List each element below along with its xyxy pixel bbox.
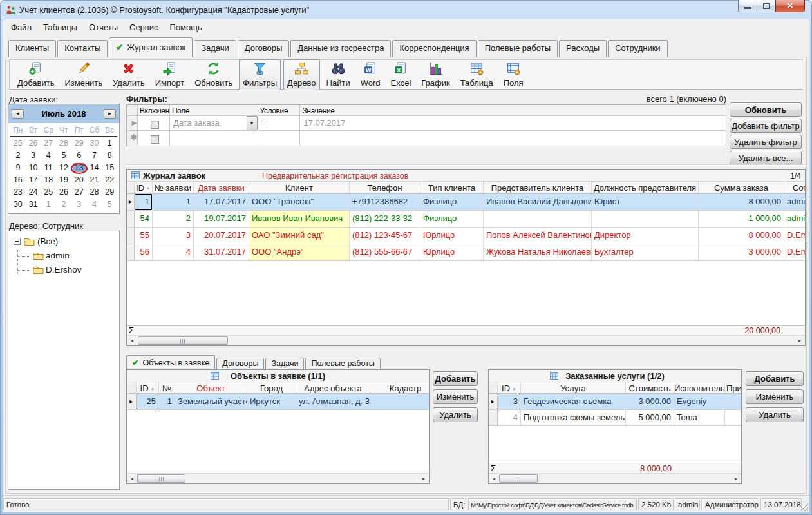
column-header-2[interactable]: №: [159, 382, 175, 393]
toolbar-button-refresh[interactable]: Обновить: [191, 59, 236, 90]
menu-item-5[interactable]: Помощь: [164, 21, 208, 34]
calendar-day[interactable]: 25: [41, 186, 56, 199]
column-header-2[interactable]: Услуга: [521, 382, 626, 393]
cell[interactable]: Геодезическая съемка: [521, 394, 626, 409]
filter-condition-cell[interactable]: =: [258, 116, 301, 130]
filter-button-4[interactable]: Удалить все...: [730, 151, 802, 165]
cell[interactable]: [484, 211, 592, 227]
cell[interactable]: [370, 394, 430, 409]
column-header-1[interactable]: ID▲: [137, 382, 159, 393]
cell[interactable]: Юрлицо: [420, 244, 484, 260]
minimize-button[interactable]: [738, 0, 757, 12]
cell[interactable]: admin: [784, 194, 806, 210]
panel-button-добавить[interactable]: Добавить: [433, 371, 478, 386]
cell[interactable]: Иванов Василий Давыдович: [484, 194, 592, 210]
column-header-5[interactable]: Примечание: [725, 382, 742, 393]
calendar-day[interactable]: 3: [26, 150, 41, 162]
calendar-day[interactable]: 18: [41, 174, 56, 186]
horizontal-scrollbar[interactable]: ◄►: [489, 473, 741, 483]
cell[interactable]: (812) 222-33-32: [350, 211, 420, 227]
tab-клиенты[interactable]: Клиенты: [8, 40, 56, 57]
calendar-day[interactable]: 26: [26, 137, 41, 150]
cell[interactable]: (812) 555-66-67: [350, 244, 420, 260]
calendar-day[interactable]: 1: [102, 137, 117, 150]
menu-item-4[interactable]: Сервис: [124, 21, 164, 34]
filter-row-1[interactable]: ►Дата заказа▼=17.07.2017: [127, 116, 726, 131]
toolbar-button-excel[interactable]: XExcel: [387, 59, 415, 90]
scroll-left-arrow[interactable]: ◄: [489, 474, 499, 483]
calendar-day[interactable]: 2: [10, 150, 26, 162]
calendar-day[interactable]: 5: [56, 150, 71, 162]
cell[interactable]: Юрист: [592, 194, 699, 210]
tree-expander[interactable]: [14, 238, 21, 245]
cell[interactable]: Попов Алексей Валентинович: [484, 228, 592, 244]
cell[interactable]: D.Ershov: [784, 228, 806, 244]
table-row-1[interactable]: ►3Геодезическая съемка3 000,00Evgeniy: [489, 394, 741, 410]
column-header-1[interactable]: ID▲: [135, 182, 153, 193]
calendar-day[interactable]: 16: [10, 174, 26, 186]
filter-field-cell[interactable]: Дата заказа▼: [170, 116, 258, 130]
column-header-10[interactable]: Сотрудник: [784, 182, 806, 193]
tree-item-dershov[interactable]: D.Ershov: [8, 263, 119, 277]
column-header-6[interactable]: Тип клиента: [420, 182, 484, 193]
tree-item-admin[interactable]: admin: [8, 249, 119, 263]
column-header-5[interactable]: Телефон: [350, 182, 420, 193]
calendar-day[interactable]: 20: [71, 174, 87, 186]
calendar-day[interactable]: 12: [56, 162, 71, 174]
cell[interactable]: 3: [153, 228, 194, 244]
cell[interactable]: 17.07.2017: [194, 194, 249, 210]
panel-button-изменить[interactable]: Изменить: [433, 389, 478, 404]
calendar-day[interactable]: 1: [41, 199, 56, 211]
calendar-day[interactable]: 21: [87, 174, 102, 186]
calendar-day[interactable]: 26: [56, 186, 71, 199]
filter-button-3[interactable]: Удалить фильтр: [730, 135, 802, 149]
column-header-7[interactable]: Представитель клиента: [484, 182, 592, 193]
calendar-day[interactable]: 4: [41, 150, 56, 162]
toolbar-button-word[interactable]: WWord: [357, 59, 384, 90]
cell[interactable]: 3: [498, 394, 521, 409]
calendar-day[interactable]: 27: [41, 137, 56, 150]
bottom-tab-договоры[interactable]: Договоры: [216, 358, 264, 369]
bottom-tab-полевые-работы[interactable]: Полевые работы: [305, 358, 380, 369]
toolbar-button-find[interactable]: Найти: [323, 59, 354, 90]
scroll-left-arrow[interactable]: ◄: [127, 336, 137, 345]
column-header-4[interactable]: Исполнитель: [674, 382, 725, 393]
cell[interactable]: D.Ershov: [784, 244, 806, 260]
tab-данные-из-госреестра[interactable]: Данные из госреестра: [290, 40, 391, 57]
cell[interactable]: 5 000,00: [626, 410, 674, 425]
toolbar-button-edit[interactable]: Изменить: [61, 59, 106, 90]
scroll-right-arrow[interactable]: ►: [419, 474, 429, 483]
calendar-day[interactable]: 22: [102, 174, 117, 186]
cell[interactable]: 1: [159, 394, 175, 409]
scroll-thumb[interactable]: [137, 474, 185, 483]
horizontal-scrollbar[interactable]: ◄►: [127, 473, 429, 483]
calendar-day[interactable]: 9: [10, 162, 26, 174]
panel-button-удалить[interactable]: Удалить: [433, 407, 478, 422]
cell[interactable]: Бухгалтер: [592, 244, 699, 260]
cell[interactable]: 1 000,00: [699, 211, 784, 227]
column-header-3[interactable]: Стоимость: [626, 382, 674, 393]
column-header-4[interactable]: Клиент: [249, 182, 350, 193]
cell[interactable]: ООО "Трансгаз": [249, 194, 350, 210]
column-header-6[interactable]: Кадастр: [370, 382, 430, 393]
cell[interactable]: Жукова Наталья Николаевна: [484, 244, 592, 260]
cell[interactable]: 8 000,00: [699, 228, 784, 244]
scroll-left-arrow[interactable]: ◄: [127, 474, 137, 483]
cell[interactable]: (812) 123-45-67: [350, 228, 420, 244]
menu-item-1[interactable]: Файл: [5, 21, 37, 34]
calendar-day[interactable]: 14: [87, 162, 102, 174]
toolbar-button-add[interactable]: Добавить: [14, 59, 58, 90]
tab-сотрудники[interactable]: Сотрудники: [608, 40, 667, 57]
cell[interactable]: Иркутск: [247, 394, 296, 409]
resize-grip[interactable]: [800, 503, 808, 511]
cell[interactable]: 56: [135, 244, 153, 260]
menu-item-3[interactable]: Отчеты: [83, 21, 124, 34]
table-row-2[interactable]: 54219.07.2017Иванов Иван Иванович(812) 2…: [127, 211, 805, 228]
table-row-1[interactable]: ►251Земельный участокИркутскул. Алмазная…: [127, 394, 429, 410]
calendar-day[interactable]: 10: [26, 162, 41, 174]
table-row-2[interactable]: 4Подготовка схемы земельного участка5 00…: [489, 410, 741, 426]
filter-row-2[interactable]: ✱: [127, 131, 726, 146]
column-header-1[interactable]: ID▲: [498, 382, 521, 393]
panel-button-изменить[interactable]: Изменить: [746, 389, 804, 404]
filter-enabled-cell[interactable]: [138, 116, 170, 130]
